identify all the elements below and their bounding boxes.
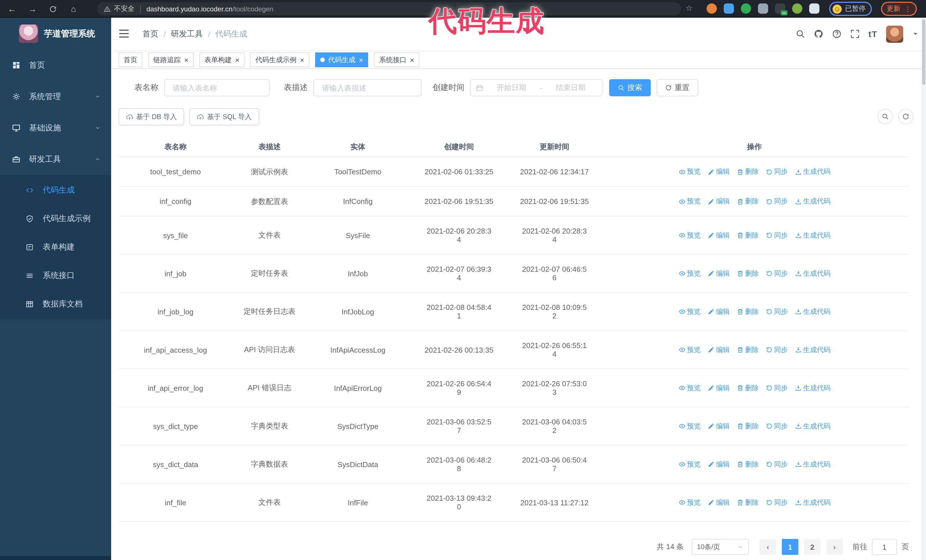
edit-link[interactable]: 编辑: [707, 345, 730, 355]
preview-link[interactable]: 预览: [678, 421, 701, 431]
sidebar-item-system-management[interactable]: 系统管理: [0, 81, 111, 112]
generate-code-link[interactable]: 生成代码: [794, 498, 831, 507]
sync-link[interactable]: 同步: [766, 421, 788, 431]
preview-link[interactable]: 预览: [678, 196, 701, 206]
goto-page-input-field[interactable]: [872, 539, 896, 554]
page-size-select[interactable]: 10条/页: [692, 539, 749, 555]
address-bar[interactable]: 不安全 dashboard.yudao.iocoder.cn/tool/code…: [97, 2, 681, 15]
user-menu-caret-icon[interactable]: [912, 30, 919, 38]
sync-link[interactable]: 同步: [766, 307, 788, 317]
page-number-button[interactable]: 1: [782, 539, 798, 555]
delete-link[interactable]: 删除: [737, 196, 759, 206]
sync-link[interactable]: 同步: [766, 167, 788, 177]
tab-system-api[interactable]: 系统接口×: [374, 53, 419, 67]
sidebar-item-dev-tools[interactable]: 研发工具: [0, 143, 111, 175]
tab-codegen-demo[interactable]: 代码生成示例×: [250, 53, 309, 67]
sync-link[interactable]: 同步: [766, 269, 788, 278]
delete-link[interactable]: 删除: [737, 167, 759, 177]
edit-link[interactable]: 编辑: [707, 498, 730, 507]
delete-link[interactable]: 删除: [737, 383, 759, 393]
edit-link[interactable]: 编辑: [707, 231, 730, 240]
browser-profile-chip[interactable]: ☺ 已暂停: [829, 2, 872, 16]
sidebar-item-home[interactable]: 首页: [0, 50, 111, 81]
browser-back-icon[interactable]: ←: [6, 4, 18, 14]
extension-puzzle-icon[interactable]: [809, 3, 819, 14]
preview-link[interactable]: 预览: [678, 231, 701, 240]
tab-home[interactable]: 首页: [118, 53, 142, 67]
generate-code-link[interactable]: 生成代码: [794, 196, 831, 206]
edit-link[interactable]: 编辑: [707, 421, 730, 431]
breadcrumb-item[interactable]: 首页: [142, 29, 159, 39]
create-time-range-picker[interactable]: 开始日期 - 结束日期: [470, 79, 602, 96]
refresh-table-button[interactable]: [898, 109, 914, 124]
fullscreen-icon[interactable]: [850, 29, 860, 39]
extension-blue-gem-icon[interactable]: [724, 3, 734, 14]
extension-green-monkey-icon[interactable]: [792, 3, 802, 14]
preview-link[interactable]: 预览: [678, 383, 701, 393]
edit-link[interactable]: 编辑: [707, 167, 730, 177]
generate-code-link[interactable]: 生成代码: [794, 383, 831, 393]
sidebar-item-infrastructure[interactable]: 基础设施: [0, 112, 111, 143]
generate-code-link[interactable]: 生成代码: [794, 459, 831, 469]
generate-code-link[interactable]: 生成代码: [794, 345, 831, 355]
tab-close-icon[interactable]: ×: [410, 56, 414, 63]
sidebar-fold-button[interactable]: [119, 30, 129, 38]
table-name-input-field[interactable]: [171, 83, 262, 92]
edit-link[interactable]: 编辑: [707, 196, 730, 206]
browser-reload-icon[interactable]: [47, 5, 59, 13]
font-size-icon[interactable]: tT: [869, 29, 878, 39]
toggle-search-button[interactable]: [878, 109, 893, 124]
tab-close-icon[interactable]: ×: [300, 56, 304, 63]
sidebar-item-form-builder[interactable]: 表单构建: [0, 233, 111, 261]
scrollbar-thumb[interactable]: [922, 20, 925, 85]
delete-link[interactable]: 删除: [737, 421, 759, 431]
header-search-icon[interactable]: [796, 29, 805, 39]
browser-update-button[interactable]: 更新 ⋮: [881, 2, 917, 16]
tab-close-icon[interactable]: ×: [359, 56, 363, 63]
tab-form-builder[interactable]: 表单构建×: [199, 53, 244, 67]
table-desc-input[interactable]: [313, 79, 422, 96]
user-avatar[interactable]: [886, 25, 903, 42]
preview-link[interactable]: 预览: [678, 459, 701, 469]
tab-close-icon[interactable]: ×: [184, 56, 188, 63]
start-date-input[interactable]: 开始日期: [486, 83, 538, 93]
generate-code-link[interactable]: 生成代码: [794, 167, 831, 177]
table-desc-input-field[interactable]: [321, 83, 414, 92]
github-icon[interactable]: [814, 29, 823, 39]
tab-tracing[interactable]: 链路追踪×: [148, 53, 194, 67]
edit-link[interactable]: 编辑: [707, 307, 730, 317]
delete-link[interactable]: 删除: [737, 307, 759, 317]
generate-code-link[interactable]: 生成代码: [794, 231, 831, 240]
prev-page-button[interactable]: ‹: [760, 539, 776, 555]
browser-forward-icon[interactable]: →: [26, 4, 39, 14]
browser-home-icon[interactable]: ⌂: [67, 4, 80, 14]
delete-link[interactable]: 删除: [737, 459, 759, 469]
logo-link[interactable]: 芋道管理系统: [0, 18, 111, 50]
sync-link[interactable]: 同步: [766, 498, 788, 507]
preview-link[interactable]: 预览: [678, 307, 701, 317]
generate-code-link[interactable]: 生成代码: [794, 421, 831, 431]
preview-link[interactable]: 预览: [678, 498, 701, 507]
sidebar-item-codegen-demo[interactable]: 代码生成示例: [0, 205, 111, 233]
sync-link[interactable]: 同步: [766, 345, 788, 355]
preview-link[interactable]: 预览: [678, 167, 701, 177]
delete-link[interactable]: 删除: [737, 269, 759, 278]
page-number-button[interactable]: 2: [804, 539, 820, 555]
preview-link[interactable]: 预览: [678, 269, 701, 278]
tab-codegen[interactable]: 代码生成×: [315, 53, 368, 67]
breadcrumb-item[interactable]: 研发工具: [171, 29, 203, 39]
generate-code-link[interactable]: 生成代码: [794, 269, 831, 278]
sync-link[interactable]: 同步: [766, 383, 788, 393]
edit-link[interactable]: 编辑: [707, 269, 730, 278]
delete-link[interactable]: 删除: [737, 345, 759, 355]
browser-menu-kebab-icon[interactable]: ⋮: [904, 5, 911, 13]
end-date-input[interactable]: 结束日期: [545, 83, 597, 93]
extension-gray-grid-icon[interactable]: [758, 3, 768, 14]
import-sql-button[interactable]: 基于 SQL 导入: [189, 108, 259, 125]
goto-page-input[interactable]: [872, 539, 897, 555]
extension-green-check-icon[interactable]: [741, 3, 751, 14]
next-page-button[interactable]: ›: [826, 539, 843, 555]
sync-link[interactable]: 同步: [766, 196, 788, 206]
reset-button[interactable]: 重置: [657, 79, 698, 96]
horizontal-scrollbar[interactable]: [0, 556, 111, 560]
